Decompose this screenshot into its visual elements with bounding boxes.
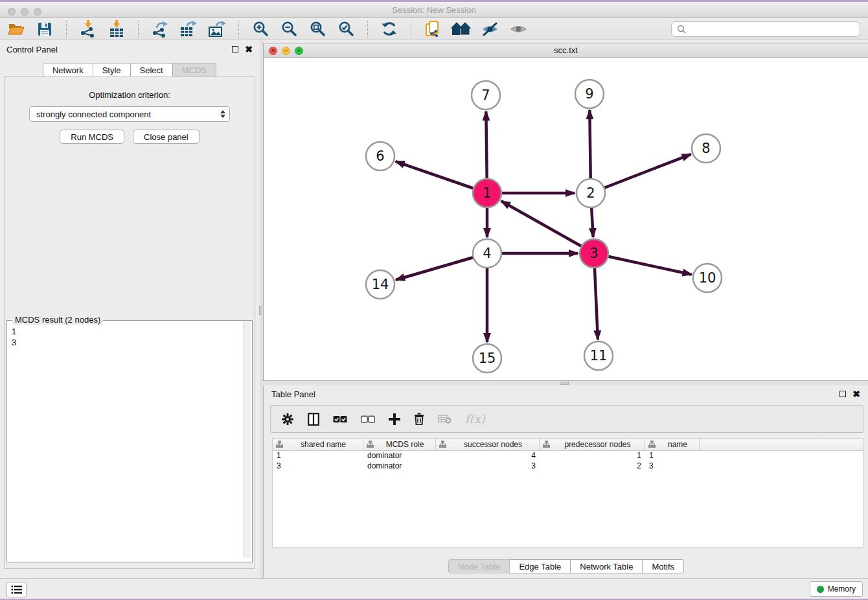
toolbar-separator	[66, 21, 67, 38]
delete-table-icon[interactable]	[438, 411, 451, 427]
zoom-selected-icon[interactable]	[336, 20, 356, 38]
function-builder-icon[interactable]: f(x)	[465, 411, 485, 427]
graph-node-8[interactable]: 8	[692, 134, 720, 163]
memory-button[interactable]: Memory	[810, 581, 863, 597]
graph-node-11[interactable]: 11	[584, 341, 613, 370]
horizontal-splitter[interactable]	[263, 381, 868, 386]
network-canvas[interactable]: 7968124314101511	[264, 58, 867, 380]
export-table-icon[interactable]	[179, 20, 198, 38]
hide-selected-icon[interactable]	[480, 20, 499, 38]
column-header-successor-nodes[interactable]: successor nodes	[436, 439, 540, 450]
search-box[interactable]	[671, 21, 860, 37]
search-input[interactable]	[690, 25, 854, 34]
graph-edge-3-1[interactable]	[501, 201, 594, 253]
graph-node-9[interactable]: 9	[575, 80, 604, 108]
network-title: scc.txt	[554, 45, 578, 55]
refresh-layout-icon[interactable]	[380, 20, 399, 38]
table-cell[interactable]: 4	[436, 451, 540, 461]
criterion-select[interactable]: strongly connected component	[29, 106, 230, 122]
table-row[interactable]: 3dominator323	[273, 461, 863, 472]
graph-node-2[interactable]: 2	[577, 179, 605, 207]
mcds-result-text[interactable]: 1 3	[7, 321, 252, 348]
graph-edge-2-8[interactable]	[591, 154, 691, 193]
svg-text:11: 11	[590, 348, 608, 363]
tab-mcds[interactable]: MCDS	[173, 63, 216, 77]
import-network-icon[interactable]	[78, 20, 98, 38]
show-all-icon[interactable]	[508, 20, 528, 38]
export-network-icon[interactable]	[150, 20, 170, 38]
save-session-icon[interactable]	[35, 20, 54, 38]
table-cell[interactable]: 3	[645, 461, 700, 472]
zoom-in-icon[interactable]	[251, 20, 270, 38]
graph-node-7[interactable]: 7	[472, 81, 500, 110]
table-cell[interactable]: dominator	[363, 451, 436, 461]
graph-node-3[interactable]: 3	[580, 239, 608, 268]
table-tabs: Node TableEdge TableNetwork TableMotifs	[264, 559, 868, 573]
table-cell[interactable]: dominator	[363, 461, 436, 472]
table-cell[interactable]: 3	[273, 461, 363, 472]
column-header-shared-name[interactable]: shared name	[273, 439, 363, 450]
zoom-fit-icon[interactable]	[308, 20, 327, 38]
vertical-splitter[interactable]	[259, 40, 262, 578]
mcds-result-group: MCDS result (2 nodes) 1 3	[6, 320, 253, 562]
deselect-all-icon[interactable]	[361, 411, 375, 427]
minimize-window-button[interactable]	[21, 8, 29, 16]
split-panel-icon[interactable]	[308, 411, 319, 427]
float-panel-icon[interactable]	[839, 391, 846, 397]
splitter-grip[interactable]	[560, 382, 569, 385]
tab-node-table[interactable]: Node Table	[448, 559, 510, 573]
svg-text:10: 10	[699, 270, 716, 286]
network-window-titlebar[interactable]: ✕ − + scc.txt	[264, 43, 868, 58]
table-cell[interactable]: 1	[540, 451, 645, 461]
zoom-window-button[interactable]	[34, 8, 41, 16]
tab-network-table[interactable]: Network Table	[571, 559, 643, 573]
graph-node-15[interactable]: 15	[473, 344, 501, 373]
delete-column-icon[interactable]	[414, 411, 424, 427]
toolbar-separator	[238, 21, 239, 38]
table-panel-header: Table Panel ✖	[264, 386, 868, 402]
table-cell[interactable]: 3	[436, 461, 540, 472]
table-settings-icon[interactable]	[281, 411, 294, 427]
graph-node-4[interactable]: 4	[473, 239, 501, 268]
table-cell[interactable]: 1	[273, 451, 363, 461]
tab-select[interactable]: Select	[131, 63, 173, 77]
column-header-predecessor-nodes[interactable]: predecessor nodes	[540, 439, 645, 450]
table-cell[interactable]: 1	[645, 451, 700, 461]
network-maximize-icon[interactable]: +	[295, 47, 303, 55]
close-panel-button[interactable]: Close panel	[133, 130, 200, 144]
memory-status-icon	[817, 586, 824, 593]
tab-motifs[interactable]: Motifs	[643, 559, 684, 573]
add-column-icon[interactable]	[389, 411, 400, 427]
column-header-MCDS-role[interactable]: MCDS role	[363, 439, 436, 450]
graph-node-14[interactable]: 14	[366, 270, 394, 299]
result-scrollbar[interactable]	[243, 321, 251, 558]
close-panel-icon[interactable]: ✖	[245, 46, 253, 52]
network-minimize-icon[interactable]: −	[282, 47, 290, 55]
import-table-icon[interactable]	[107, 20, 126, 38]
new-network-from-selection-icon[interactable]	[423, 20, 442, 38]
svg-text:1: 1	[483, 185, 491, 201]
task-history-button[interactable]	[6, 582, 27, 597]
tab-style[interactable]: Style	[93, 63, 131, 77]
table-cell[interactable]: 2	[540, 461, 645, 472]
zoom-out-icon[interactable]	[279, 20, 299, 38]
export-image-icon[interactable]	[207, 20, 227, 38]
column-header-name[interactable]: name	[645, 439, 700, 450]
splitter-grip[interactable]	[259, 306, 262, 315]
select-all-icon[interactable]	[333, 411, 347, 427]
tab-edge-table[interactable]: Edge Table	[510, 559, 571, 573]
home-layout-icon[interactable]	[451, 20, 471, 38]
graph-node-10[interactable]: 10	[693, 264, 722, 292]
svg-text:9: 9	[585, 86, 593, 102]
svg-text:4: 4	[483, 246, 491, 261]
open-session-icon[interactable]	[6, 20, 26, 38]
graph-node-1[interactable]: 1	[473, 179, 501, 207]
network-close-icon[interactable]: ✕	[269, 47, 277, 55]
close-window-button[interactable]	[8, 8, 16, 16]
run-mcds-button[interactable]: Run MCDS	[60, 130, 124, 144]
tab-network[interactable]: Network	[43, 63, 93, 77]
graph-node-6[interactable]: 6	[366, 142, 394, 170]
table-row[interactable]: 1dominator411	[273, 451, 863, 461]
close-panel-icon[interactable]: ✖	[852, 391, 860, 397]
float-panel-icon[interactable]	[232, 46, 238, 52]
